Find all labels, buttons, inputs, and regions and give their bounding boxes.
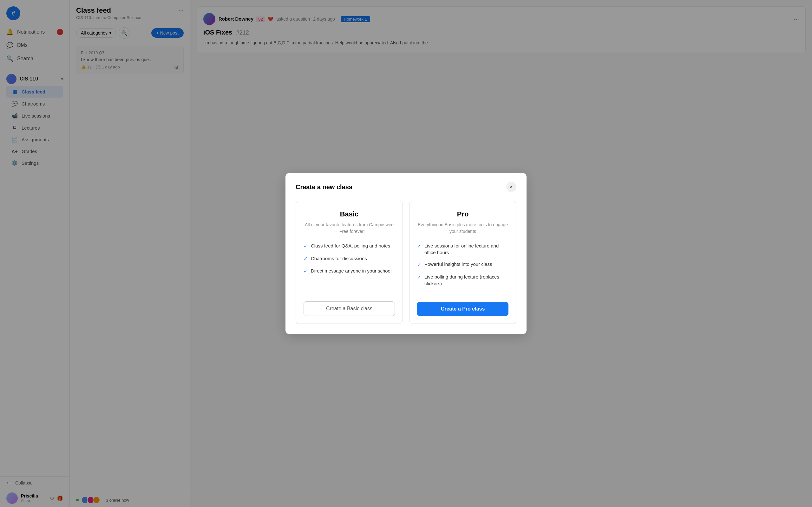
modal-overlay[interactable]: Create a new class × Basic All of your f… — [0, 0, 812, 507]
check-icon-3: ✓ — [304, 268, 308, 275]
basic-plan-name: Basic — [304, 210, 395, 218]
modal-close-button[interactable]: × — [506, 182, 516, 192]
pro-check-icon-2: ✓ — [417, 261, 421, 268]
pro-feature-1-text: Live sessions for online lecture and off… — [424, 242, 508, 256]
pro-check-icon-3: ✓ — [417, 274, 421, 281]
basic-feature-2: ✓ Chatrooms for discussions — [304, 255, 395, 262]
basic-plan-card: Basic All of your favorite features from… — [296, 201, 403, 324]
check-icon-1: ✓ — [304, 243, 308, 250]
pro-plan-desc: Everything in Basic plus more tools to e… — [417, 222, 508, 235]
create-pro-class-button[interactable]: Create a Pro class — [417, 302, 508, 316]
pro-plan-name: Pro — [417, 210, 508, 218]
create-basic-class-button[interactable]: Create a Basic class — [304, 301, 395, 316]
pro-plan-card: Pro Everything in Basic plus more tools … — [409, 201, 516, 324]
modal-cards: Basic All of your favorite features from… — [296, 201, 516, 324]
pro-feature-3-text: Live polling during lecture (replaces cl… — [424, 274, 508, 287]
pro-check-icon-1: ✓ — [417, 243, 421, 250]
pro-plan-features: ✓ Live sessions for online lecture and o… — [417, 242, 508, 291]
pro-feature-2-text: Powerful insights into your class — [424, 261, 492, 268]
create-class-modal: Create a new class × Basic All of your f… — [286, 173, 526, 334]
basic-feature-2-text: Chatrooms for discussions — [311, 255, 367, 262]
basic-feature-3-text: Direct message anyone in your school — [311, 268, 392, 274]
pro-feature-1: ✓ Live sessions for online lecture and o… — [417, 242, 508, 256]
basic-feature-3: ✓ Direct message anyone in your school — [304, 268, 395, 275]
basic-feature-1-text: Class feed for Q&A, polling and notes — [311, 242, 390, 249]
basic-plan-desc: All of your favorite features from Campu… — [304, 222, 395, 235]
modal-header: Create a new class × — [296, 182, 516, 192]
pro-feature-2: ✓ Powerful insights into your class — [417, 261, 508, 268]
modal-title: Create a new class — [296, 183, 352, 191]
check-icon-2: ✓ — [304, 256, 308, 262]
basic-plan-features: ✓ Class feed for Q&A, polling and notes … — [304, 242, 395, 291]
basic-feature-1: ✓ Class feed for Q&A, polling and notes — [304, 242, 395, 250]
pro-feature-3: ✓ Live polling during lecture (replaces … — [417, 274, 508, 287]
